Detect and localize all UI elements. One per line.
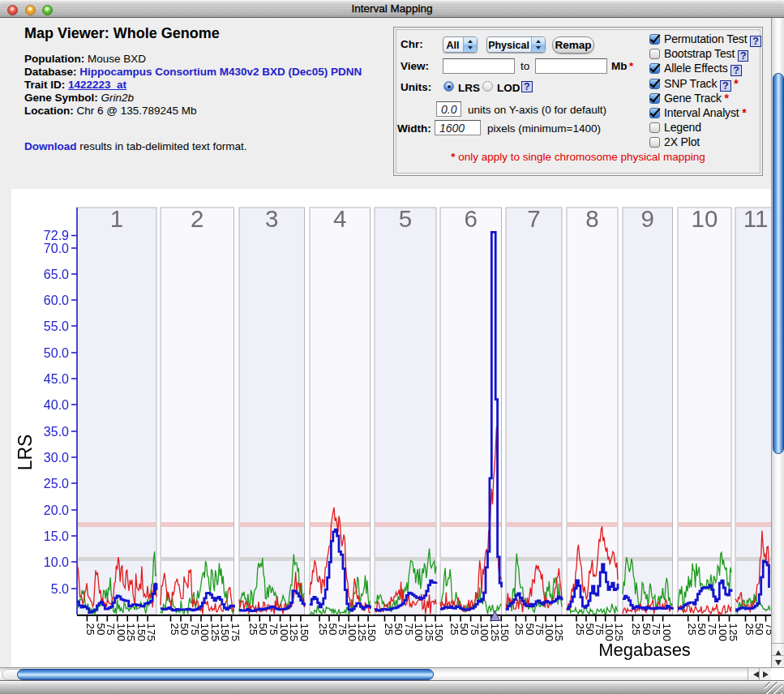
svg-text:9: 9 bbox=[641, 205, 654, 232]
svg-text:65.0: 65.0 bbox=[44, 268, 69, 281]
svg-text:2: 2 bbox=[191, 205, 203, 232]
svg-text:125: 125 bbox=[553, 623, 565, 642]
svg-text:175: 175 bbox=[229, 623, 242, 642]
svg-text:150: 150 bbox=[366, 623, 378, 642]
svg-text:6: 6 bbox=[465, 205, 478, 232]
svg-text:5: 5 bbox=[399, 205, 412, 232]
svg-text:45.0: 45.0 bbox=[44, 372, 69, 386]
svg-text:8: 8 bbox=[585, 205, 598, 232]
svg-text:35.0: 35.0 bbox=[44, 425, 69, 439]
svg-text:150: 150 bbox=[298, 623, 311, 642]
svg-text:Megabases: Megabases bbox=[598, 640, 691, 660]
svg-text:50.0: 50.0 bbox=[44, 346, 69, 360]
svg-text:100: 100 bbox=[661, 623, 673, 642]
svg-text:4: 4 bbox=[333, 205, 346, 232]
svg-text:10.0: 10.0 bbox=[44, 555, 69, 569]
svg-text:60.0: 60.0 bbox=[44, 293, 69, 307]
svg-text:11: 11 bbox=[743, 205, 769, 232]
svg-text:5.0: 5.0 bbox=[51, 582, 69, 596]
svg-text:150: 150 bbox=[433, 623, 445, 642]
svg-text:125: 125 bbox=[727, 623, 739, 642]
svg-text:25.0: 25.0 bbox=[44, 477, 69, 491]
svg-text:15.0: 15.0 bbox=[44, 529, 69, 543]
svg-text:150: 150 bbox=[499, 623, 511, 642]
svg-text:LRS: LRS bbox=[15, 435, 36, 471]
svg-text:40.0: 40.0 bbox=[44, 398, 69, 412]
svg-text:10: 10 bbox=[692, 205, 718, 232]
svg-text:125: 125 bbox=[613, 623, 625, 642]
svg-text:70.0: 70.0 bbox=[44, 242, 69, 255]
svg-text:30.0: 30.0 bbox=[44, 451, 69, 465]
svg-text:20.0: 20.0 bbox=[44, 503, 69, 517]
svg-text:55.0: 55.0 bbox=[44, 319, 69, 333]
svg-text:7: 7 bbox=[527, 205, 540, 232]
svg-text:1: 1 bbox=[110, 205, 123, 232]
svg-text:72.9: 72.9 bbox=[44, 229, 69, 242]
svg-text:3: 3 bbox=[265, 205, 278, 232]
svg-text:175: 175 bbox=[145, 623, 157, 642]
